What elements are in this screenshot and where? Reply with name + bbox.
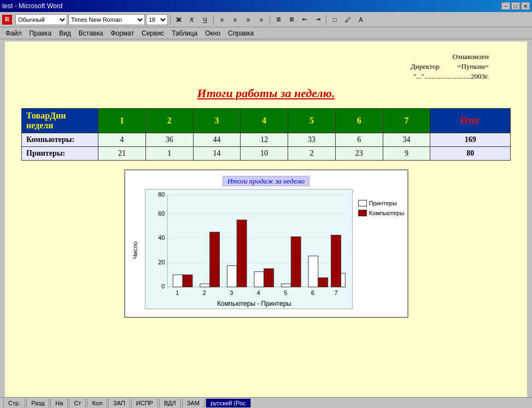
- style-dropdown[interactable]: Обычный: [15, 14, 67, 25]
- list2-button[interactable]: ≣: [285, 14, 297, 25]
- chart-legend: Принтеры Компьютеры: [358, 189, 405, 311]
- chart-plot: 0 20 40 60 80: [145, 189, 353, 311]
- th-day-3: 3: [193, 109, 241, 133]
- legend-computers-color: [358, 210, 367, 216]
- svg-rect-12: [173, 275, 183, 287]
- svg-text:2: 2: [202, 289, 206, 296]
- menu-file[interactable]: Файл: [2, 29, 25, 38]
- toolbar-separator-1: [170, 15, 171, 25]
- td-computers-total: 169: [430, 133, 511, 147]
- menu-tools[interactable]: Сервис: [138, 29, 167, 38]
- svg-rect-25: [331, 235, 341, 287]
- th-total: Итог: [430, 109, 511, 133]
- td-printers-7: 9: [383, 147, 430, 161]
- svg-text:40: 40: [158, 234, 165, 241]
- svg-rect-20: [281, 284, 291, 287]
- indent-increase-button[interactable]: ⇥: [312, 14, 324, 25]
- indent-decrease-button[interactable]: ⇤: [299, 14, 311, 25]
- td-computers-3: 44: [193, 133, 241, 147]
- chart-title-bar: Итоги продаж за неделю: [131, 176, 402, 186]
- menu-insert[interactable]: Вставка: [75, 29, 107, 38]
- header-row-1: Ознакомлен: [21, 52, 489, 61]
- th-day-2: 2: [145, 109, 193, 133]
- header-row-2: Директор =Пупкин=: [21, 62, 489, 71]
- td-computers-2: 36: [145, 133, 193, 147]
- menu-bar: Файл Правка Вид Вставка Формат Сервис Та…: [0, 27, 532, 39]
- status-rec: ЗАП: [108, 399, 130, 407]
- minimize-button[interactable]: ─: [501, 2, 510, 10]
- legend-computers-label: Компьютеры: [369, 210, 405, 216]
- legend-computers: Компьютеры: [358, 210, 405, 216]
- menu-table[interactable]: Таблица: [168, 29, 201, 38]
- svg-rect-13: [183, 275, 192, 287]
- maximize-button[interactable]: □: [511, 2, 520, 10]
- svg-text:60: 60: [158, 210, 165, 217]
- td-printers-3: 14: [193, 147, 241, 161]
- menu-edit[interactable]: Правка: [26, 29, 55, 38]
- legend-printers-color: [358, 200, 367, 206]
- italic-button[interactable]: К: [186, 14, 198, 25]
- font-dropdown[interactable]: Times New Roman: [68, 14, 145, 25]
- table-row: Компьютеры: 4 36 44 12 33 6 34 169: [22, 133, 511, 147]
- svg-text:80: 80: [158, 191, 165, 198]
- status-trk: ИСПР: [131, 399, 158, 407]
- td-printers-2: 1: [145, 147, 193, 161]
- header-row-3: "..."..........................2003г.: [21, 72, 489, 81]
- th-day-1: 1: [98, 109, 146, 133]
- menu-help[interactable]: Справка: [225, 29, 257, 38]
- title-bar: test - Microsoft Word ─ □ ✕: [0, 0, 532, 12]
- header-date: "..."..........................2003г.: [413, 72, 489, 80]
- td-computers-7: 34: [383, 133, 430, 147]
- status-language: русский (Рос: [206, 399, 251, 407]
- title-text: Итоги работы за неделю.: [197, 86, 335, 100]
- chart-container: Итоги продаж за неделю Число 0 20: [124, 169, 408, 318]
- highlight-button[interactable]: 🖊: [342, 14, 354, 25]
- chart-inner: Число 0 20 40 60 80: [131, 189, 402, 311]
- border-button[interactable]: □: [329, 14, 341, 25]
- svg-text:20: 20: [158, 259, 165, 265]
- status-ext: ВДЛ: [159, 399, 181, 407]
- table-row: Принтеры: 21 1 14 10 2 23 9 80: [22, 147, 511, 161]
- legend-printers-label: Принтеры: [369, 200, 397, 206]
- td-printers-4: 10: [241, 147, 288, 161]
- svg-rect-19: [264, 269, 273, 287]
- td-computers-label: Компьютеры:: [22, 133, 98, 147]
- align-justify-button[interactable]: ≡: [255, 14, 267, 25]
- menu-window[interactable]: Окно: [202, 29, 224, 38]
- y-axis-label: Число: [131, 189, 139, 311]
- bold-button[interactable]: Ж: [173, 14, 185, 25]
- list1-button[interactable]: ≣: [272, 14, 284, 25]
- underline-button[interactable]: Ч: [199, 14, 211, 25]
- toolbar-separator-2: [213, 15, 214, 25]
- menu-format[interactable]: Формат: [107, 29, 137, 38]
- td-printers-5: 2: [288, 147, 336, 161]
- status-col: Кол: [87, 399, 107, 407]
- menu-view[interactable]: Вид: [56, 29, 74, 38]
- legend-printers: Принтеры: [358, 200, 405, 206]
- toolbar: R Обычный Times New Roman 18 Ж К Ч ≡ ≡ ≡…: [0, 12, 532, 27]
- td-printers-6: 23: [335, 147, 383, 161]
- svg-rect-16: [227, 265, 237, 287]
- toolbar-separator-4: [326, 15, 326, 25]
- svg-text:3: 3: [230, 289, 233, 296]
- svg-text:7: 7: [334, 289, 337, 296]
- status-bar: Стр. Разд На Ст Кол ЗАП ИСПР ВДЛ ЗАМ рус…: [0, 397, 532, 408]
- status-page: Стр.: [3, 399, 25, 407]
- toolbar-separator-3: [270, 15, 270, 25]
- td-printers-label: Принтеры:: [22, 147, 98, 161]
- header-director-name: =Пупкин=: [457, 62, 489, 70]
- word-logo: R: [2, 15, 12, 25]
- align-center-button[interactable]: ≡: [229, 14, 241, 25]
- header-oznakomlen: Ознакомлен: [452, 52, 489, 61]
- td-computers-6: 6: [335, 133, 383, 147]
- table-header-row: ТоварДнинедели 1 2 3 4 5 6 7 Итог: [22, 109, 511, 133]
- align-right-button[interactable]: ≡: [242, 14, 254, 25]
- font-color-button[interactable]: A: [355, 14, 367, 25]
- font-size-dropdown[interactable]: 18: [146, 14, 168, 25]
- align-left-button[interactable]: ≡: [216, 14, 228, 25]
- document-header: Ознакомлен Директор =Пупкин= "..."......…: [21, 52, 511, 81]
- svg-text:5: 5: [284, 289, 287, 296]
- close-button[interactable]: ✕: [521, 2, 530, 10]
- chart-title-text: Итоги продаж за неделю: [223, 176, 310, 186]
- header-director-label: Директор: [411, 62, 440, 70]
